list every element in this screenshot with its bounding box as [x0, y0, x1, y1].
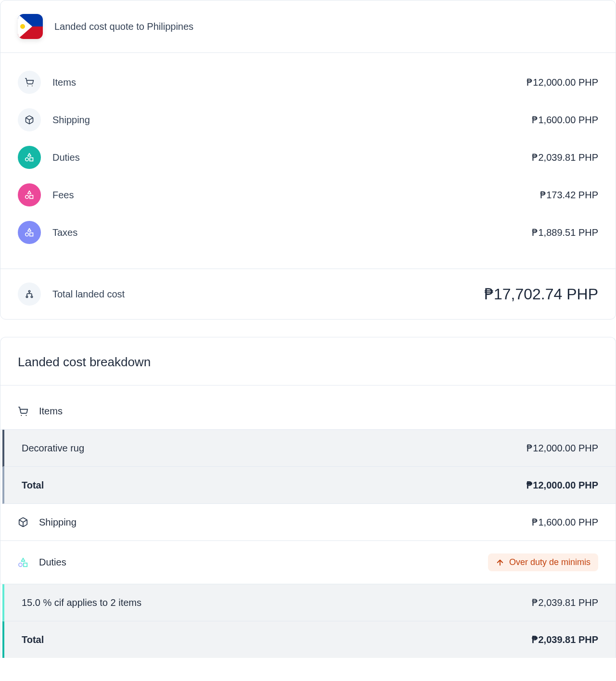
cart-icon [18, 406, 28, 417]
summary-body: Items ₱12,000.00 PHP Shipping ₱1,600.00 … [0, 53, 616, 269]
total-label: Total [22, 480, 526, 491]
row-label: Shipping [52, 115, 532, 126]
hierarchy-icon [18, 283, 41, 306]
philippines-flag-icon [18, 14, 43, 39]
breakdown-title: Landed cost breakdown [18, 355, 598, 370]
arrow-up-icon [496, 558, 504, 567]
row-value: ₱12,000.00 PHP [526, 77, 598, 88]
row-label: Duties [52, 152, 532, 163]
summary-row-items: Items ₱12,000.00 PHP [18, 64, 598, 101]
shapes-icon [18, 221, 41, 244]
over-de-minimis-tag: Over duty de minimis [488, 553, 598, 571]
breakdown-items-total-row: Total ₱12,000.00 PHP [2, 467, 616, 504]
quote-card-header: Landed cost quote to Philippines [0, 0, 616, 53]
row-value: ₱1,600.00 PHP [532, 114, 598, 126]
section-label: Items [39, 406, 598, 417]
svg-point-7 [19, 563, 22, 566]
svg-rect-8 [24, 563, 27, 566]
shapes-icon [18, 146, 41, 169]
section-label: Shipping [39, 517, 521, 528]
breakdown-duty-row: 15.0 % cif applies to 2 items ₱2,039.81 … [2, 584, 616, 621]
breakdown-shipping-row: Shipping ₱1,600.00 PHP [0, 504, 616, 541]
breakdown-duties-total-row: Total ₱2,039.81 PHP [2, 621, 616, 658]
package-icon [18, 517, 28, 527]
breakdown-duties-header: Duties Over duty de minimis [0, 541, 616, 584]
total-value: ₱17,702.74 PHP [484, 285, 598, 303]
breakdown-header: Landed cost breakdown [0, 337, 616, 385]
landed-cost-quote-card: Landed cost quote to Philippines Items ₱… [0, 0, 616, 320]
cart-icon [18, 71, 41, 94]
duty-desc: 15.0 % cif applies to 2 items [22, 597, 532, 608]
row-value: ₱1,889.51 PHP [532, 227, 598, 238]
row-label: Taxes [52, 227, 532, 238]
package-icon [18, 108, 41, 131]
total-landed-cost-row: Total landed cost ₱17,702.74 PHP [0, 269, 616, 319]
tag-text: Over duty de minimis [509, 557, 590, 567]
shipping-value: ₱1,600.00 PHP [532, 516, 598, 528]
breakdown-item-row: Decorative rug ₱12,000.00 PHP [2, 430, 616, 467]
shapes-icon [18, 183, 41, 206]
quote-title: Landed cost quote to Philippines [54, 21, 193, 32]
row-value: ₱173.42 PHP [540, 189, 598, 201]
breakdown-items-header: Items [0, 385, 616, 430]
shapes-icon [18, 557, 28, 568]
total-value: ₱2,039.81 PHP [532, 634, 598, 645]
total-value: ₱12,000.00 PHP [526, 479, 598, 491]
total-label: Total [22, 634, 532, 645]
item-value: ₱12,000.00 PHP [526, 442, 598, 454]
item-name: Decorative rug [22, 443, 526, 454]
summary-row-fees: Fees ₱173.42 PHP [18, 176, 598, 214]
row-value: ₱2,039.81 PHP [532, 152, 598, 163]
summary-row-taxes: Taxes ₱1,889.51 PHP [18, 214, 598, 251]
duty-value: ₱2,039.81 PHP [532, 597, 598, 608]
total-label: Total landed cost [52, 289, 484, 300]
summary-row-shipping: Shipping ₱1,600.00 PHP [18, 101, 598, 139]
landed-cost-breakdown-card: Landed cost breakdown Items Decorative r… [0, 337, 616, 658]
row-label: Items [52, 77, 526, 88]
summary-row-duties: Duties ₱2,039.81 PHP [18, 139, 598, 176]
row-label: Fees [52, 190, 540, 201]
section-label: Duties [39, 557, 477, 568]
